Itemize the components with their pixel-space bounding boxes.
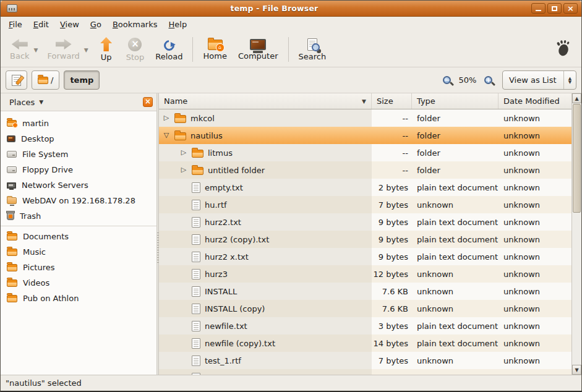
file-row-hurz3[interactable]: hurz312 bytesunknownunknown	[159, 265, 571, 283]
toolbar-button-up[interactable]: Up	[92, 35, 121, 64]
places-selector[interactable]: Places ▼	[4, 96, 48, 109]
drive-icon	[7, 151, 17, 158]
sidebar-item-desktop[interactable]: Desktop	[1, 131, 156, 147]
date-modified-cell: unknown	[499, 213, 571, 231]
menu-file[interactable]: File	[3, 19, 28, 30]
sidebar-item-pictures[interactable]: Pictures	[1, 260, 156, 275]
drive-icon	[7, 166, 17, 173]
column-header-date-modified[interactable]: Date Modified	[499, 93, 571, 109]
expander-icon[interactable]: ▷	[180, 149, 187, 156]
sidebar-item-documents[interactable]: Documents	[1, 229, 156, 244]
file-row-untitled-folder-2[interactable]: untitled folder (2)1.7 KBunknownunknown	[159, 369, 571, 375]
sidebar-item-webdav-on-192-168-178-28[interactable]: WebDAV on 192.168.178.28	[1, 193, 156, 208]
zoom-in-button[interactable]	[484, 76, 492, 84]
text-file-icon	[192, 304, 200, 314]
file-row-hurz2-x-txt[interactable]: hurz2 x.txt9 bytesplain text documentunk…	[159, 248, 571, 265]
toolbar-button-computer[interactable]: Computer	[233, 36, 284, 62]
back-dropdown-arrow[interactable]: ▼	[34, 46, 38, 53]
file-row-untitled-folder[interactable]: ▷untitled folder--folderunknown	[159, 161, 571, 179]
sidebar-item-trash[interactable]: Trash	[1, 208, 156, 224]
maximize-button[interactable]	[547, 3, 562, 14]
pane-resize-handle[interactable]	[157, 93, 159, 375]
menu-edit[interactable]: Edit	[28, 19, 54, 30]
file-row-litmus[interactable]: ▷litmus--folderunknown	[159, 144, 571, 161]
file-row-hu-rtf[interactable]: hu.rtf7 bytesunknownunknown	[159, 196, 571, 213]
sidebar-close-button[interactable]: ×	[143, 97, 153, 107]
menu-bookmarks[interactable]: Bookmarks	[107, 19, 163, 30]
sidebar-item-martin[interactable]: martin	[1, 116, 156, 131]
view-mode-select[interactable]: View as List ▲▼	[502, 70, 576, 90]
list-header: Name▼SizeTypeDate Modified	[159, 93, 571, 109]
home-folder-small-icon	[7, 120, 17, 127]
up-arrow-icon	[100, 37, 113, 51]
close-icon: ×	[567, 4, 574, 12]
column-header-size[interactable]: Size	[372, 93, 412, 109]
menu-view[interactable]: View	[54, 19, 85, 30]
type-cell: plain text document	[412, 179, 499, 196]
sidebar-item-music[interactable]: Music	[1, 244, 156, 260]
scroll-down-button[interactable]: ▼	[572, 365, 581, 375]
expander-icon[interactable]: ▷	[180, 166, 187, 174]
sidebar-item-label: Desktop	[21, 134, 54, 143]
type-cell: plain text document	[412, 213, 499, 231]
toolbar-button-stop[interactable]: Stop	[121, 35, 150, 64]
file-row-mkcol[interactable]: ▷mkcol--folderunknown	[159, 109, 571, 127]
toolbar-button-forward[interactable]: Forward	[41, 36, 85, 62]
expander-icon[interactable]: ▷	[163, 114, 170, 122]
sidebar-item-label: WebDAV on 192.168.178.28	[22, 196, 135, 205]
file-row-install-copy[interactable]: INSTALL (copy)7.6 KBunknownunknown	[159, 300, 571, 317]
scroll-up-button[interactable]: ▲	[572, 93, 581, 103]
menu-help[interactable]: Help	[163, 19, 193, 30]
size-cell: 12 bytes	[372, 265, 412, 283]
scrollbar-thumb[interactable]	[573, 104, 581, 213]
column-header-label: Name	[164, 96, 187, 106]
path-root-button[interactable]: /	[32, 70, 59, 90]
name-cell: INSTALL (copy)	[159, 300, 372, 317]
file-browser-window: temp - File Browser × FileEditViewGoBook…	[0, 0, 582, 392]
view-mode-stepper-icon[interactable]: ▲▼	[563, 71, 576, 89]
toolbar-button-reload[interactable]: Reload	[150, 36, 188, 63]
file-row-newfile-copy-txt[interactable]: newfile (copy).txt14 bytesplain text doc…	[159, 334, 571, 352]
expander-icon[interactable]: ▽	[163, 132, 170, 139]
zoom-level: 50%	[457, 75, 478, 85]
file-row-empty-txt[interactable]: empty.txt2 bytesplain text documentunkno…	[159, 179, 571, 196]
sidebar-item-network-servers[interactable]: Network Servers	[1, 177, 156, 193]
file-name: hurz2.txt	[205, 218, 241, 227]
trash-icon	[7, 212, 14, 220]
folder-icon	[7, 249, 17, 256]
file-row-test-1-rtf[interactable]: test_1.rtf7 bytesunknownunknown	[159, 352, 571, 369]
sidebar-item-label: Network Servers	[22, 181, 88, 190]
sidebar-item-file-system[interactable]: File System	[1, 147, 156, 162]
sidebar-item-pub-on-athlon[interactable]: Pub on Athlon	[1, 291, 156, 306]
name-cell: hurz3	[159, 265, 372, 283]
toolbar-button-search[interactable]: Search	[293, 35, 332, 63]
file-row-hurz2-copy-txt[interactable]: hurz2 (copy).txt9 bytesplain text docume…	[159, 231, 571, 248]
column-header-name[interactable]: Name▼	[159, 93, 372, 109]
toolbar: Back▼Forward▼UpStopReloadHomeComputerSea…	[1, 32, 581, 67]
sidebar-item-label: Documents	[23, 232, 69, 241]
text-file-icon	[192, 217, 200, 228]
minimize-button[interactable]	[531, 3, 546, 14]
close-button[interactable]: ×	[563, 3, 578, 14]
zoom-out-button[interactable]	[443, 76, 451, 84]
titlebar[interactable]: temp - File Browser ×	[1, 1, 581, 17]
column-header-type[interactable]: Type	[412, 93, 499, 109]
forward-dropdown-arrow[interactable]: ▼	[84, 46, 88, 53]
sidebar-item-videos[interactable]: Videos	[1, 275, 156, 291]
file-row-newfile-txt[interactable]: newfile.txt3 bytesplain text documentunk…	[159, 317, 571, 334]
forward-arrow-icon	[56, 38, 72, 50]
sidebar-item-floppy-drive[interactable]: Floppy Drive	[1, 162, 156, 177]
file-row-install[interactable]: INSTALL7.6 KBunknownunknown	[159, 283, 571, 300]
toolbar-button-home[interactable]: Home	[197, 36, 232, 62]
file-row-hurz2-txt[interactable]: hurz2.txt9 bytesplain text documentunkno…	[159, 213, 571, 231]
size-cell: 9 bytes	[372, 231, 412, 248]
edit-location-button[interactable]	[6, 70, 27, 90]
column-header-label: Type	[417, 96, 435, 106]
date-modified-cell: unknown	[499, 265, 571, 283]
toolbar-separator	[192, 37, 193, 62]
menu-go[interactable]: Go	[85, 19, 107, 30]
toolbar-button-back[interactable]: Back	[4, 36, 35, 62]
path-current-button[interactable]: temp	[64, 70, 100, 90]
file-row-nautilus[interactable]: ▽nautilus--folderunknown	[159, 127, 571, 144]
vertical-scrollbar[interactable]: ▲ ▼	[571, 93, 581, 375]
